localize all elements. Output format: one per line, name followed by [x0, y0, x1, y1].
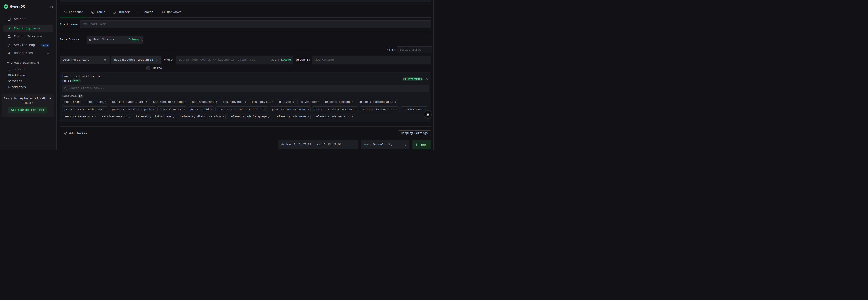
svg-text:2: 2	[114, 12, 115, 14]
svg-text:3: 3	[115, 11, 116, 13]
